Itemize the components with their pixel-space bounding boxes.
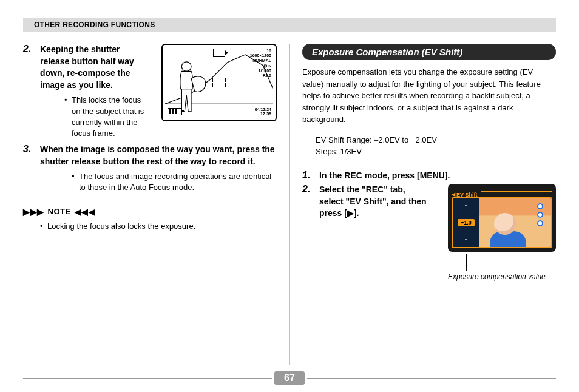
left-column: 2. Keeping the shutter release button ha… (23, 44, 277, 365)
ev-shift-screen: EV Shift +1.0 (448, 184, 556, 252)
step-3-bullet: The focus and image recording operations… (72, 171, 277, 193)
lcd-date: 04/12/24 (255, 107, 271, 112)
manual-page: OTHER RECORDING FUNCTIONS 2. Keeping the… (0, 0, 579, 392)
step-number: 3. (23, 144, 40, 167)
ev-steps: Steps: 1/3EV (316, 146, 556, 158)
step-number: 1. (302, 170, 319, 182)
section-header: OTHER RECORDING FUNCTIONS (23, 18, 556, 32)
note-label: NOTE (48, 207, 71, 216)
ev-spec: EV Shift Range: –2.0EV to +2.0EV Steps: … (316, 134, 556, 158)
right-step-1: 1. In the REC mode, press [MENU]. (302, 170, 556, 182)
ev-range: EV Shift Range: –2.0EV to +2.0EV (316, 134, 556, 146)
right-column: Exposure Compensation (EV Shift) Exposur… (302, 44, 556, 365)
step-text: Select the "REC" tab, select "EV Shift",… (319, 184, 430, 220)
note-heading: ▶▶▶ NOTE ◀◀◀ (23, 207, 277, 217)
step-text: When the image is composed the way you w… (40, 144, 277, 167)
ev-preview-photo (479, 198, 551, 247)
camera-mode-icon (213, 49, 225, 57)
lcd-aperture: F2.6 (250, 73, 271, 78)
ev-title-underline (481, 191, 552, 192)
lcd-resolution: 1600×1200 (250, 53, 271, 58)
footer-rule-right (307, 378, 556, 379)
step-text: In the REC mode, press [MENU]. (319, 170, 556, 182)
ev-menu-label: EV Shift (452, 192, 478, 198)
lcd-shutter: 1/1000 (250, 69, 271, 73)
lcd-time: 12:58 (255, 112, 271, 117)
note-deco-right-icon: ◀◀◀ (75, 207, 96, 217)
focus-frame-icon (212, 78, 226, 87)
section-title: Exposure Compensation (EV Shift) (312, 47, 462, 57)
note-bullet: Locking the focus also locks the exposur… (40, 220, 277, 232)
columns: 2. Keeping the shutter release button ha… (23, 44, 556, 365)
lcd-datetime: 04/12/24 12:58 (255, 107, 271, 117)
note-deco-left-icon: ▶▶▶ (23, 207, 44, 217)
right-step-2: 2. Select the "REC" tab, select "EV Shif… (302, 184, 430, 220)
battery-icon (168, 108, 182, 115)
ev-value-badge: +1.0 (458, 219, 475, 226)
lcd-shots: 16 (250, 49, 271, 53)
lcd-quality: NORMAL (250, 58, 271, 63)
step-2: 2. Keeping the shutter release button ha… (23, 44, 149, 91)
ev-caption: Exposure compensation value (448, 272, 556, 282)
step-text: Keeping the shutter release button half … (40, 44, 149, 91)
section-title-pill: Exposure Compensation (EV Shift) (302, 44, 556, 60)
step-3: 3. When the image is composed the way yo… (23, 144, 277, 167)
lcd-right-readouts: 16 1600×1200 NORMAL ⊘IN 1/1000 F2.6 (250, 49, 271, 78)
callout-line (466, 254, 467, 271)
step-number: 2. (23, 44, 40, 91)
intro-paragraph: Exposure compensation lets you change th… (302, 66, 556, 126)
svg-point-1 (181, 62, 191, 72)
ev-shift-figure: EV Shift +1.0 (448, 184, 556, 282)
footer-rule-left (23, 378, 272, 379)
step-number: 2. (302, 184, 319, 220)
section-header-text: OTHER RECORDING FUNCTIONS (34, 21, 155, 29)
lcd-illustration: 16 1600×1200 NORMAL ⊘IN 1/1000 F2.6 (161, 44, 277, 121)
note-content: Locking the focus also locks the exposur… (40, 220, 277, 232)
page-number: 67 (274, 371, 305, 385)
step-2-bullet: This locks the focus on the subject that… (64, 95, 149, 139)
page-footer: 67 (23, 370, 556, 386)
